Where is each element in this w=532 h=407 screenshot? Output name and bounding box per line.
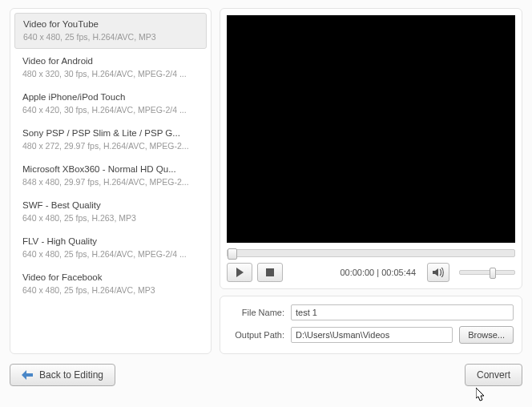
- preset-item[interactable]: Video for Android480 x 320, 30 fps, H.26…: [14, 50, 207, 85]
- preset-item[interactable]: FLV - High Quality640 x 480, 25 fps, H.2…: [14, 231, 207, 265]
- output-panel: File Name: Output Path: Browse...: [220, 296, 522, 354]
- back-button-label: Back to Editing: [39, 369, 103, 381]
- preset-item[interactable]: Apple iPhone/iPod Touch640 x 420, 30 fps…: [14, 87, 207, 121]
- preset-item[interactable]: Video for YouTube640 x 480, 25 fps, H.26…: [14, 13, 207, 49]
- output-path-input[interactable]: [291, 327, 453, 343]
- timecode: 00:00:00 | 00:05:44: [340, 268, 416, 277]
- preset-title: FLV - High Quality: [22, 236, 199, 246]
- volume-slider[interactable]: [459, 270, 515, 275]
- preset-item[interactable]: Video for Facebook640 x 480, 25 fps, H.2…: [14, 267, 207, 301]
- convert-button-label: Convert: [477, 369, 510, 381]
- preset-item[interactable]: Sony PSP / PSP Slim & Lite / PSP G...480…: [14, 123, 207, 157]
- volume-icon: [433, 268, 444, 277]
- preset-list: Video for YouTube640 x 480, 25 fps, H.26…: [10, 8, 212, 354]
- scrub-track[interactable]: [227, 249, 515, 257]
- preset-title: Video for Android: [22, 56, 199, 66]
- stop-button[interactable]: [257, 263, 283, 282]
- output-path-label: Output Path:: [228, 330, 284, 340]
- preset-desc: 480 x 320, 30 fps, H.264/AVC, MPEG-2/4 .…: [22, 69, 199, 79]
- preset-item[interactable]: SWF - Best Quality640 x 480, 25 fps, H.2…: [14, 195, 207, 229]
- cursor-icon: [476, 388, 487, 404]
- preset-title: Sony PSP / PSP Slim & Lite / PSP G...: [22, 128, 199, 138]
- preview-panel: 00:00:00 | 00:05:44: [220, 8, 522, 289]
- arrow-left-icon: [22, 370, 33, 380]
- preset-title: Video for YouTube: [23, 19, 198, 29]
- stop-icon: [266, 268, 274, 276]
- convert-button[interactable]: Convert: [465, 364, 522, 386]
- volume-button[interactable]: [427, 263, 449, 282]
- preset-desc: 848 x 480, 29.97 fps, H.264/AVC, MPEG-2.…: [22, 177, 199, 187]
- volume-handle[interactable]: [490, 268, 496, 279]
- scrub-handle[interactable]: [228, 248, 237, 260]
- play-button[interactable]: [227, 263, 252, 282]
- video-preview: [227, 15, 515, 243]
- preset-title: SWF - Best Quality: [22, 200, 199, 210]
- preset-desc: 480 x 272, 29.97 fps, H.264/AVC, MPEG-2.…: [22, 141, 199, 151]
- preset-title: Video for Facebook: [22, 272, 199, 282]
- preset-desc: 640 x 480, 25 fps, H.263, MP3: [22, 213, 199, 223]
- preset-title: Microsoft XBox360 - Normal HD Qu...: [22, 164, 199, 174]
- filename-label: File Name:: [228, 308, 284, 317]
- preset-desc: 640 x 480, 25 fps, H.264/AVC, MPEG-2/4 .…: [22, 249, 199, 259]
- back-to-editing-button[interactable]: Back to Editing: [10, 364, 115, 386]
- play-icon: [236, 268, 244, 277]
- filename-input[interactable]: [291, 304, 514, 320]
- preset-desc: 640 x 480, 25 fps, H.264/AVC, MP3: [22, 285, 199, 295]
- preset-title: Apple iPhone/iPod Touch: [22, 92, 199, 102]
- preset-desc: 640 x 480, 25 fps, H.264/AVC, MP3: [23, 32, 198, 42]
- preset-desc: 640 x 420, 30 fps, H.264/AVC, MPEG-2/4 .…: [22, 105, 199, 115]
- browse-button[interactable]: Browse...: [459, 326, 514, 344]
- preset-item[interactable]: Microsoft XBox360 - Normal HD Qu...848 x…: [14, 159, 207, 193]
